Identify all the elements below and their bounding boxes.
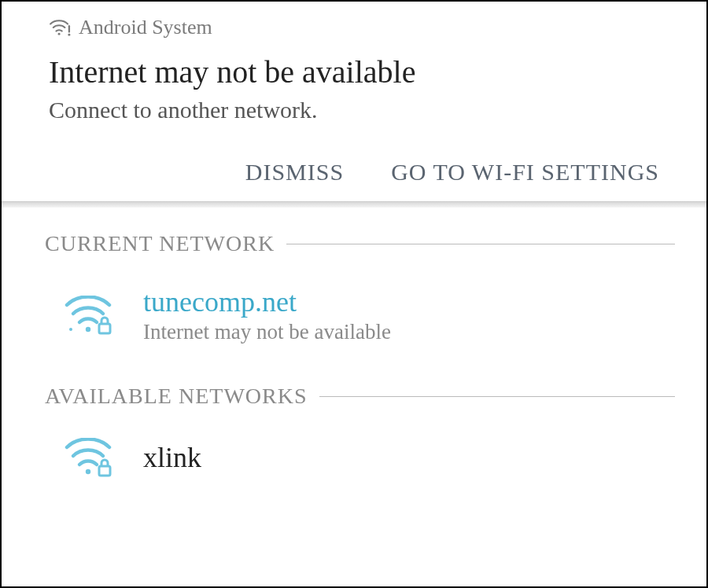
available-network-row[interactable]: xlink	[45, 428, 675, 501]
section-label: CURRENT NETWORK	[45, 231, 275, 256]
svg-point-2	[68, 34, 70, 36]
notification-subtitle: Connect to another network.	[49, 97, 675, 123]
svg-point-6	[85, 469, 90, 474]
svg-point-0	[58, 33, 61, 35]
network-status: Internet may not be available	[143, 320, 391, 344]
wifi-lock-icon	[62, 296, 113, 335]
svg-rect-5	[99, 324, 110, 333]
notification-title: Internet may not be available	[49, 53, 675, 90]
svg-point-4	[69, 328, 72, 331]
network-name: tunecomp.net	[143, 285, 391, 318]
wifi-settings-button[interactable]: GO TO WI-FI SETTINGS	[391, 159, 659, 186]
svg-point-3	[85, 326, 90, 331]
system-notification: Android System Internet may not be avail…	[2, 2, 706, 201]
wifi-lock-icon	[62, 438, 113, 477]
section-divider-line	[286, 244, 675, 244]
dismiss-button[interactable]: DISMISS	[245, 159, 344, 186]
network-text-block: tunecomp.net Internet may not be availab…	[143, 285, 391, 344]
network-text-block: xlink	[143, 441, 201, 474]
wifi-settings-panel: CURRENT NETWORK tunecomp.net Internet ma…	[2, 208, 706, 509]
wifi-alert-icon	[49, 19, 71, 36]
section-divider-line	[319, 396, 675, 397]
section-label: AVAILABLE NETWORKS	[45, 384, 308, 409]
notification-source: Android System	[79, 16, 212, 39]
current-network-row[interactable]: tunecomp.net Internet may not be availab…	[45, 276, 675, 368]
network-name: xlink	[143, 441, 201, 474]
svg-rect-7	[99, 466, 110, 476]
notification-actions: DISMISS GO TO WI-FI SETTINGS	[49, 159, 675, 186]
current-network-header: CURRENT NETWORK	[45, 231, 675, 256]
available-networks-header: AVAILABLE NETWORKS	[45, 384, 675, 409]
notification-header: Android System	[49, 16, 675, 39]
panel-divider	[2, 201, 706, 208]
